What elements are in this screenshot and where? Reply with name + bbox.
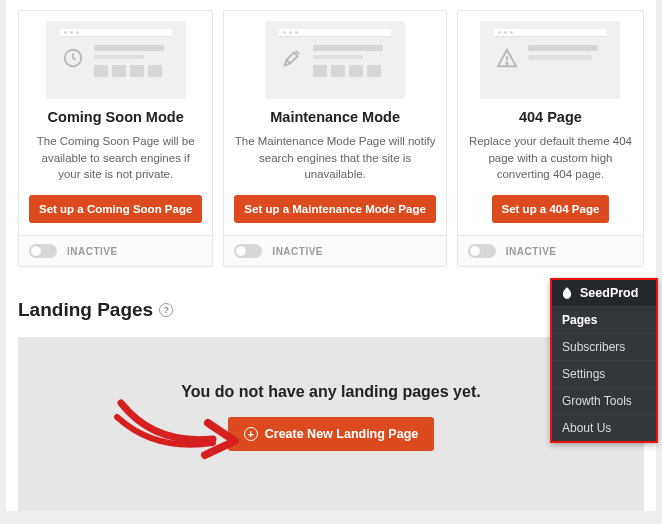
card-title: 404 Page xyxy=(519,109,582,125)
create-button-label: Create New Landing Page xyxy=(265,427,419,441)
card-desc: The Coming Soon Page will be available t… xyxy=(29,133,202,183)
seedprod-flyout-menu: SeedProd Pages Subscribers Settings Grow… xyxy=(550,278,658,443)
maintenance-thumb xyxy=(265,21,405,99)
section-title: Landing Pages xyxy=(18,299,153,321)
flyout-item-subscribers[interactable]: Subscribers xyxy=(552,333,656,360)
mode-cards-row: Coming Soon Mode The Coming Soon Page wi… xyxy=(18,10,644,267)
card-title: Maintenance Mode xyxy=(270,109,400,125)
seedprod-icon xyxy=(560,286,574,300)
setup-404-button[interactable]: Set up a 404 Page xyxy=(492,195,610,223)
flyout-item-pages[interactable]: Pages xyxy=(552,306,656,333)
status-label: INACTIVE xyxy=(67,246,118,257)
card-title: Coming Soon Mode xyxy=(48,109,184,125)
arrow-annotation xyxy=(113,391,243,461)
flyout-item-growth-tools[interactable]: Growth Tools xyxy=(552,387,656,414)
tools-icon xyxy=(279,45,305,71)
setup-coming-soon-button[interactable]: Set up a Coming Soon Page xyxy=(29,195,202,223)
svg-point-1 xyxy=(507,63,508,64)
setup-maintenance-button[interactable]: Set up a Maintenance Mode Page xyxy=(234,195,435,223)
warning-icon xyxy=(494,45,520,71)
404-thumb xyxy=(480,21,620,99)
coming-soon-card: Coming Soon Mode The Coming Soon Page wi… xyxy=(18,10,213,267)
coming-soon-thumb xyxy=(46,21,186,99)
clock-icon xyxy=(60,45,86,71)
help-icon[interactable]: ? xyxy=(159,303,173,317)
flyout-item-about-us[interactable]: About Us xyxy=(552,414,656,441)
empty-heading: You do not have any landing pages yet. xyxy=(28,383,634,401)
flyout-brand-label: SeedProd xyxy=(580,286,638,300)
maintenance-card: Maintenance Mode The Maintenance Mode Pa… xyxy=(223,10,446,267)
404-card: 404 Page Replace your default theme 404 … xyxy=(457,10,644,267)
flyout-brand[interactable]: SeedProd xyxy=(552,280,656,306)
status-label: INACTIVE xyxy=(272,246,323,257)
status-label: INACTIVE xyxy=(506,246,557,257)
card-desc: The Maintenance Mode Page will notify se… xyxy=(234,133,435,183)
flyout-item-settings[interactable]: Settings xyxy=(552,360,656,387)
404-toggle[interactable] xyxy=(468,244,496,258)
create-landing-page-button[interactable]: + Create New Landing Page xyxy=(228,417,435,451)
card-desc: Replace your default theme 404 page with… xyxy=(468,133,633,183)
plus-circle-icon: + xyxy=(244,427,258,441)
maintenance-toggle[interactable] xyxy=(234,244,262,258)
coming-soon-toggle[interactable] xyxy=(29,244,57,258)
